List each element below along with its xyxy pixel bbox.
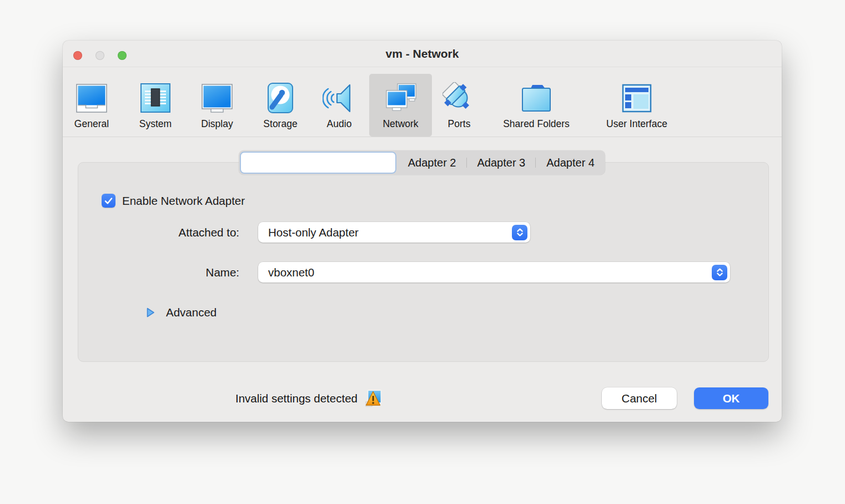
attached-to-select[interactable]: Host-only Adapter bbox=[258, 222, 530, 243]
toolbar-label: General bbox=[74, 118, 109, 130]
toolbar-label: Shared Folders bbox=[503, 118, 570, 130]
tab-separator bbox=[466, 158, 467, 168]
popup-arrows-icon bbox=[512, 225, 527, 240]
tab-label: Adapter 3 bbox=[477, 157, 526, 169]
warning-icon bbox=[364, 390, 382, 407]
toolbar-item-general[interactable]: General bbox=[67, 74, 117, 137]
settings-toolbar: General bbox=[63, 68, 782, 137]
ok-button[interactable]: OK bbox=[694, 387, 768, 409]
display-icon bbox=[200, 82, 234, 115]
monitor-icon bbox=[74, 82, 109, 115]
toolbar-item-user-interface[interactable]: User Interface bbox=[598, 74, 676, 137]
enable-network-adapter-checkbox[interactable] bbox=[102, 194, 115, 208]
network-monitors-icon bbox=[383, 82, 419, 115]
checkmark-icon bbox=[103, 195, 114, 206]
toolbar-item-shared-folders[interactable]: Shared Folders bbox=[495, 74, 578, 137]
attached-to-label: Attached to: bbox=[78, 222, 239, 243]
window-title: vm - Network bbox=[63, 41, 782, 67]
toolbar-label: Ports bbox=[448, 118, 471, 130]
toolbar-label: Audio bbox=[327, 118, 352, 130]
settings-window: vm - Network General bbox=[63, 41, 782, 422]
tab-label: Adapter 4 bbox=[546, 157, 595, 169]
toolbar-item-ports[interactable]: Ports bbox=[434, 74, 484, 137]
name-label: Name: bbox=[78, 262, 239, 283]
adapter-tabbar: Adapter 2 Adapter 3 Adapter 4 bbox=[239, 150, 605, 175]
toolbar-label: User Interface bbox=[606, 118, 667, 130]
connector-icon bbox=[442, 82, 476, 115]
name-select[interactable]: vboxnet0 bbox=[258, 262, 730, 283]
titlebar: vm - Network bbox=[63, 41, 782, 67]
attached-to-value: Host-only Adapter bbox=[268, 226, 359, 239]
popup-arrows-icon bbox=[712, 265, 727, 280]
tab-adapter-1[interactable] bbox=[240, 152, 396, 174]
enable-adapter-label: Enable Network Adapter bbox=[122, 194, 245, 208]
toolbar-item-network[interactable]: Network bbox=[369, 74, 432, 137]
window-icon bbox=[620, 82, 653, 115]
enable-adapter-row: Enable Network Adapter bbox=[102, 194, 245, 208]
advanced-disclosure[interactable]: Advanced bbox=[146, 306, 217, 319]
toolbar-label: Display bbox=[201, 118, 233, 130]
hard-disk-icon bbox=[264, 82, 296, 115]
disclosure-triangle-icon bbox=[146, 307, 155, 318]
cancel-button[interactable]: Cancel bbox=[602, 387, 677, 409]
advanced-label: Advanced bbox=[166, 306, 217, 319]
toolbar-item-system[interactable]: System bbox=[130, 74, 180, 137]
toolbar-item-display[interactable]: Display bbox=[192, 74, 242, 137]
toolbar-label: Network bbox=[383, 118, 418, 130]
toolbar-label: Storage bbox=[263, 118, 297, 130]
tab-separator bbox=[535, 158, 536, 168]
tab-adapter-4[interactable]: Adapter 4 bbox=[536, 150, 605, 175]
chip-icon bbox=[139, 82, 172, 115]
invalid-settings-text: Invalid settings detected bbox=[235, 392, 358, 405]
toolbar-item-audio[interactable]: Audio bbox=[314, 74, 364, 137]
status-row: Invalid settings detected bbox=[235, 387, 382, 409]
folder-icon bbox=[519, 82, 554, 115]
name-value: vboxnet0 bbox=[268, 266, 314, 279]
adapter-settings-panel: Enable Network Adapter Attached to: Host… bbox=[78, 162, 769, 362]
tab-adapter-3[interactable]: Adapter 3 bbox=[467, 150, 536, 175]
tab-label: Adapter 2 bbox=[408, 157, 456, 169]
toolbar-item-storage[interactable]: Storage bbox=[255, 74, 305, 137]
toolbar-label: System bbox=[139, 118, 172, 130]
tab-adapter-2[interactable]: Adapter 2 bbox=[398, 150, 467, 175]
speaker-icon bbox=[323, 82, 356, 115]
